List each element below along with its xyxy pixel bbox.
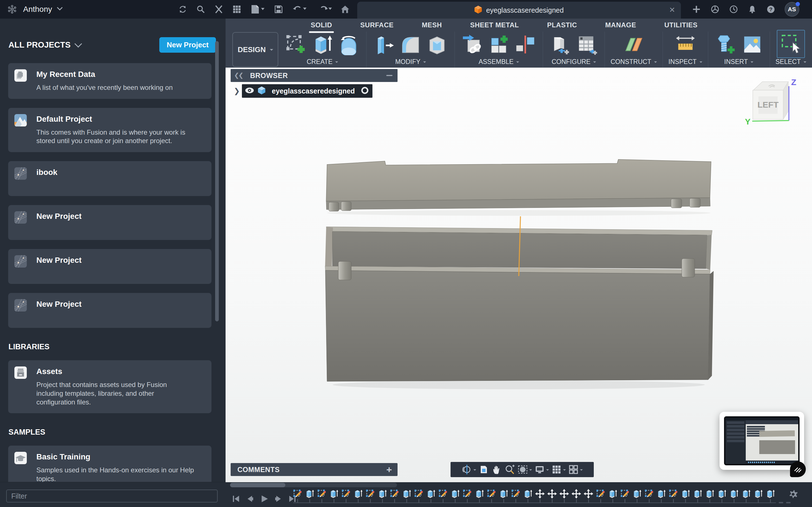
timeline-settings-gear-icon[interactable] [787,489,799,501]
timeline-feature[interactable] [632,489,642,503]
look-at-icon[interactable] [478,464,489,475]
ribbon-tab[interactable]: SHEET METAL [469,19,519,31]
timeline-feature[interactable] [511,489,520,503]
tool-button[interactable] [777,30,805,58]
step-forward-button[interactable] [273,494,283,504]
library-card[interactable]: Assets Project that contains assets used… [8,360,211,413]
timeline-feature[interactable] [644,489,654,503]
pip-thumbnail[interactable] [719,412,804,470]
timeline-feature[interactable] [547,489,557,503]
group-modify-label[interactable]: MODIFY [395,58,426,66]
new-tab-icon[interactable] [692,4,701,14]
collapse-panel-icon[interactable]: ❮❮ [234,72,243,79]
timeline-feature[interactable] [426,489,436,503]
timeline-feature[interactable] [535,489,545,503]
comments-bar[interactable]: COMMENTS + [231,463,398,476]
project-card[interactable]: New Project [8,205,211,240]
timeline-feature[interactable] [741,489,751,503]
tool-button[interactable] [337,33,361,56]
new-file-icon[interactable] [250,4,265,14]
timeline-feature[interactable] [620,489,629,503]
ribbon-tab[interactable]: SURFACE [360,19,394,31]
group-configure-label[interactable]: CONFIGURE [552,58,596,66]
zoom-icon[interactable] [504,464,515,475]
timeline-feature[interactable] [729,489,739,503]
visibility-eye-icon[interactable] [245,87,254,95]
timeline-feature[interactable] [377,489,387,503]
timeline-feature[interactable] [656,489,666,503]
timeline-scrollbar[interactable] [230,483,397,487]
avatar[interactable]: AS [784,2,799,17]
tool-button[interactable] [549,33,572,56]
timeline-feature[interactable] [390,489,399,503]
expand-icon[interactable]: ❯ [231,87,242,96]
timeline-feature[interactable] [583,489,593,503]
tool-button[interactable] [460,33,484,56]
user-menu-chevron-icon[interactable] [57,7,63,12]
project-card[interactable]: New Project [8,293,211,328]
project-card[interactable]: My Recent Data A list of what you've rec… [8,63,211,99]
browser-header[interactable]: ❮❮ BROWSER [231,69,398,82]
group-create-label[interactable]: CREATE [307,58,338,66]
timeline-feature[interactable] [693,489,702,503]
tool-button[interactable] [575,33,599,56]
tool-button[interactable] [673,33,697,56]
grid-settings-icon[interactable] [551,464,566,475]
history-icon[interactable] [729,4,739,14]
timeline-feature[interactable] [571,489,581,503]
tool-button[interactable] [310,33,334,56]
group-assemble-label[interactable]: ASSEMBLE [478,58,519,66]
viewport-canvas[interactable]: ❮❮ BROWSER ❯ eyeglas [225,68,812,482]
timeline-feature[interactable] [317,489,326,503]
ribbon-tab[interactable]: MANAGE [605,19,637,31]
timeline-feature[interactable] [717,489,726,503]
step-back-button[interactable] [245,494,255,504]
sample-card[interactable]: Basic Training Samples used in the Hands… [8,446,211,482]
all-projects-dropdown[interactable]: ALL PROJECTS [8,40,81,50]
timeline-feature[interactable] [438,489,448,503]
timeline-feature[interactable] [365,489,375,503]
timeline-feature[interactable] [293,489,302,503]
timeline-feature[interactable] [487,489,496,503]
project-card[interactable]: Default Project This comes with Fusion a… [8,108,211,152]
timeline-feature[interactable] [305,489,314,503]
skip-to-start-button[interactable] [231,494,241,504]
document-tab[interactable]: eyeglasscaseredesigned ✕ [357,2,681,18]
ribbon-tab[interactable]: UTILITIES [664,19,698,31]
timeline-feature[interactable] [414,489,423,503]
ribbon-tab[interactable]: PLASTIC [546,19,577,31]
minimize-icon[interactable] [386,75,393,76]
timeline-feature[interactable] [499,489,508,503]
tool-button[interactable] [487,33,511,56]
group-construct-label[interactable]: CONSTRUCT [610,58,657,66]
play-button[interactable] [259,494,269,504]
redo-icon[interactable] [316,4,332,14]
pan-icon[interactable] [492,464,502,475]
viewports-icon[interactable] [568,464,583,475]
timeline-feature[interactable] [462,489,472,503]
user-menu[interactable]: Anthony [23,5,52,14]
sync-icon[interactable] [178,4,188,14]
timeline-feature[interactable] [705,489,714,503]
tool-button[interactable] [425,33,449,56]
project-card[interactable]: New Project [8,249,211,284]
tool-button[interactable] [372,33,396,56]
timeline-feature[interactable] [341,489,351,503]
display-settings-icon[interactable] [534,464,549,475]
save-icon[interactable] [274,4,283,14]
close-icon[interactable] [214,4,223,14]
browser-root-name[interactable]: eyeglasscaseredesigned [269,87,358,95]
timeline-feature[interactable] [353,489,363,503]
timeline-feature[interactable] [765,489,775,503]
timeline-feature[interactable] [596,489,605,503]
app-grid-icon[interactable] [232,4,242,14]
tab-close-icon[interactable]: ✕ [669,6,675,13]
timeline-feature[interactable] [668,489,678,503]
project-card[interactable]: ibook [8,161,211,196]
ribbon-tab[interactable]: SOLID [310,19,333,31]
tool-button[interactable] [714,33,738,56]
tool-button[interactable] [399,33,422,56]
ribbon-tab[interactable]: MESH [421,19,442,31]
tool-button[interactable] [513,33,537,56]
timeline-feature[interactable] [474,489,484,503]
